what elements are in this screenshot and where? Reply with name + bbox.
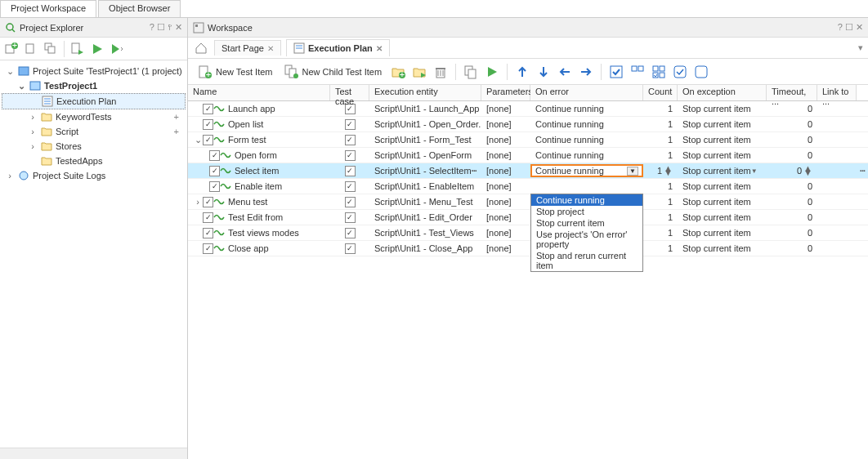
link-cell[interactable]	[817, 232, 857, 234]
link-cell[interactable]: ···	[817, 170, 857, 172]
test-case-checkbox[interactable]: ✓	[345, 119, 356, 130]
run-doc-icon[interactable]	[69, 41, 86, 57]
collapse-icon[interactable]: ⌄	[5, 66, 15, 77]
count-cell[interactable]: 1	[643, 227, 678, 238]
collapse-icon[interactable]: ⌄	[16, 81, 26, 91]
panel-3-icon[interactable]	[672, 64, 688, 80]
column-on-error[interactable]: On error	[530, 85, 643, 100]
execution-entity-cell[interactable]: Script\Unit1 - Menu_Test	[369, 196, 481, 207]
link-cell[interactable]	[817, 108, 857, 109]
link-cell[interactable]	[817, 139, 857, 140]
parameters-cell[interactable]: [none]	[481, 196, 530, 207]
on-exception-cell[interactable]: Stop current item	[678, 180, 767, 192]
on-exception-cell[interactable]: Stop current item	[678, 118, 767, 130]
grid-row[interactable]: ✓Open list✓Script\Unit1 - Open_Order...[…	[188, 117, 868, 132]
count-cell[interactable]: 1▲▼	[643, 165, 678, 176]
column-execution-entity[interactable]: Execution entity	[369, 85, 481, 100]
enable-checkbox[interactable]: ✓	[209, 181, 220, 192]
dropdown-option[interactable]: Stop and rerun current item	[531, 250, 642, 271]
tab-object-browser[interactable]: Object Browser	[98, 0, 181, 17]
panel-2-icon[interactable]	[651, 64, 667, 80]
add-icon[interactable]: +	[174, 112, 182, 122]
link-cell[interactable]	[817, 247, 857, 249]
grid-row[interactable]: ✓Enable item✓Script\Unit1 - EnableItem[n…	[188, 179, 868, 194]
test-case-checkbox[interactable]: ✓	[345, 166, 356, 176]
dropdown-option[interactable]: Use project's 'On error' property	[531, 229, 642, 250]
expand-icon[interactable]: ›	[5, 171, 15, 180]
workspace-window-controls[interactable]: ? ☐ ✕	[838, 22, 863, 33]
parameters-cell[interactable]: [none]	[481, 149, 530, 161]
on-exception-cell[interactable]: Stop current item	[678, 243, 767, 254]
dropdown-option[interactable]: Stop current item	[531, 217, 642, 229]
test-case-checkbox[interactable]: ✓	[345, 181, 356, 192]
execution-plan-node[interactable]: Execution Plan	[2, 93, 186, 109]
count-cell[interactable]: 1	[643, 196, 678, 207]
grid-row[interactable]: ✓Test Edit from✓Script\Unit1 - Edit_Orde…	[188, 210, 868, 225]
collapse-icon[interactable]: ⌄	[193, 135, 203, 145]
test-case-checkbox[interactable]: ✓	[345, 212, 356, 223]
test-case-checkbox[interactable]: ✓	[345, 150, 356, 161]
tab-execution-plan[interactable]: Execution Plan ✕	[286, 39, 390, 56]
timeout-cell[interactable]: 0	[767, 243, 817, 254]
execution-entity-cell[interactable]: Script\Unit1 - Form_Test	[369, 134, 481, 145]
keyword-tests-node[interactable]: › KeywordTests +	[2, 109, 186, 124]
project-node[interactable]: ⌄ TestProject1	[2, 78, 186, 93]
column-count[interactable]: Count	[643, 85, 678, 100]
execution-entity-cell[interactable]: Script\Unit1 - Test_Views	[369, 227, 481, 238]
grid-row[interactable]: ✓Close app✓Script\Unit1 - Close_App[none…	[188, 241, 868, 256]
execution-entity-cell[interactable]: Script\Unit1 - EnableItem	[369, 180, 481, 192]
on-error-cell[interactable]: Continue running	[530, 149, 643, 161]
timeout-cell[interactable]: 0	[767, 118, 817, 130]
run-menu-icon[interactable]	[109, 41, 125, 57]
expand-icon[interactable]: ›	[28, 127, 38, 136]
horizontal-scrollbar[interactable]	[0, 448, 187, 459]
test-case-checkbox[interactable]: ✓	[345, 228, 356, 238]
timeout-cell[interactable]: 0	[767, 227, 817, 238]
panel-1-icon[interactable]	[629, 64, 646, 80]
link-cell[interactable]	[817, 123, 857, 125]
timeout-cell[interactable]: 0	[767, 180, 817, 192]
on-exception-cell[interactable]: Stop current item	[678, 212, 767, 223]
delete-icon[interactable]	[432, 64, 449, 80]
copy-icon[interactable]	[463, 64, 479, 80]
stores-node[interactable]: › Stores	[2, 139, 186, 154]
column-on-exception[interactable]: On exception	[678, 85, 767, 100]
move-down-icon[interactable]	[535, 64, 552, 80]
indent-icon[interactable]	[578, 64, 594, 80]
parameters-cell[interactable]: [none]	[481, 212, 530, 223]
check-all-icon[interactable]	[608, 64, 624, 80]
link-cell[interactable]	[817, 201, 857, 203]
tested-apps-node[interactable]: TestedApps	[2, 154, 186, 168]
timeout-cell[interactable]: 0	[767, 149, 817, 161]
on-exception-cell[interactable]: Stop current item	[678, 227, 767, 238]
explorer-window-controls[interactable]: ? ☐ ⫯ ✕	[150, 22, 182, 33]
grid-row[interactable]: ⌄✓Form test✓Script\Unit1 - Form_Test[non…	[188, 132, 868, 148]
count-cell[interactable]: 1	[643, 118, 678, 130]
execution-entity-cell[interactable]: Script\Unit1 - SelectItem ···	[369, 165, 481, 176]
add-folder-icon[interactable]: +	[390, 64, 406, 80]
panel-4-icon[interactable]	[693, 64, 709, 80]
dropdown-arrow-icon[interactable]: ▼	[627, 167, 638, 176]
grid-row[interactable]: ›✓Menu test✓Script\Unit1 - Menu_Test[non…	[188, 194, 868, 210]
parameters-cell[interactable]: [none]	[481, 103, 530, 114]
tab-menu-icon[interactable]: ▾	[858, 42, 863, 53]
parameters-cell[interactable]: [none]	[481, 227, 530, 238]
enable-checkbox[interactable]: ✓	[203, 104, 213, 114]
add-item-icon[interactable]	[23, 41, 39, 57]
on-error-cell[interactable]	[530, 185, 643, 187]
project-suite-node[interactable]: ⌄ Project Suite 'TestProject1' (1 projec…	[2, 64, 186, 78]
project-suite-logs-node[interactable]: › Project Suite Logs	[2, 168, 186, 183]
enable-checkbox[interactable]: ✓	[203, 135, 213, 145]
count-cell[interactable]: 1	[643, 212, 678, 223]
count-cell[interactable]: 1	[643, 149, 678, 161]
link-cell[interactable]	[817, 216, 857, 218]
test-case-checkbox[interactable]: ✓	[345, 243, 356, 254]
new-child-test-item-button[interactable]: New Child Test Item	[281, 63, 386, 81]
expand-icon[interactable]: ›	[28, 141, 38, 151]
column-name[interactable]: Name	[188, 85, 330, 100]
copy-icon[interactable]	[43, 41, 59, 57]
test-case-checkbox[interactable]: ✓	[345, 135, 356, 145]
add-project-icon[interactable]: +	[3, 41, 20, 57]
script-node[interactable]: › Script +	[2, 124, 186, 139]
home-icon[interactable]	[193, 40, 209, 56]
